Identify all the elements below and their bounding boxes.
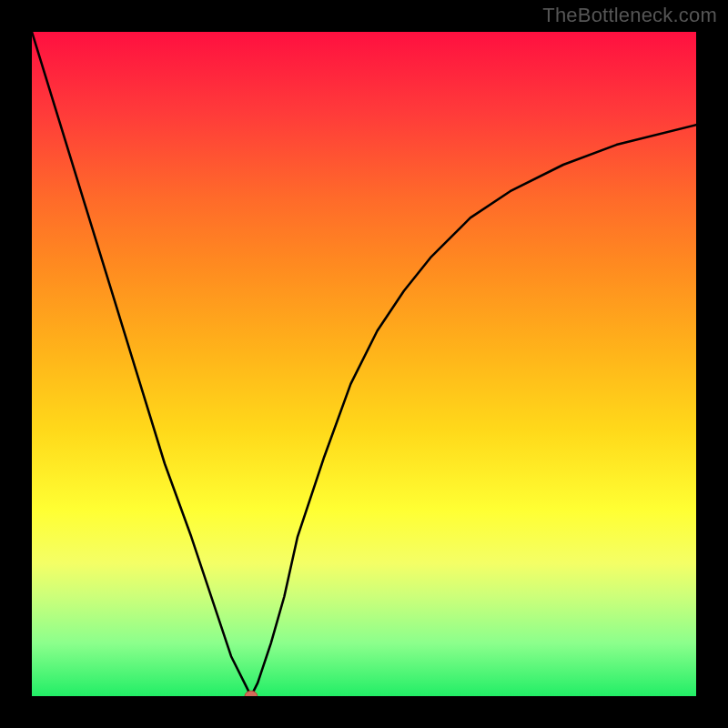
chart-frame: TheBottleneck.com [0,0,728,728]
bottleneck-curve-left [32,32,251,696]
chart-svg [32,32,696,696]
watermark-text: TheBottleneck.com [542,4,717,27]
plot-area [32,32,696,696]
bottleneck-curve-right [251,125,696,696]
optimal-point-marker [245,691,258,696]
